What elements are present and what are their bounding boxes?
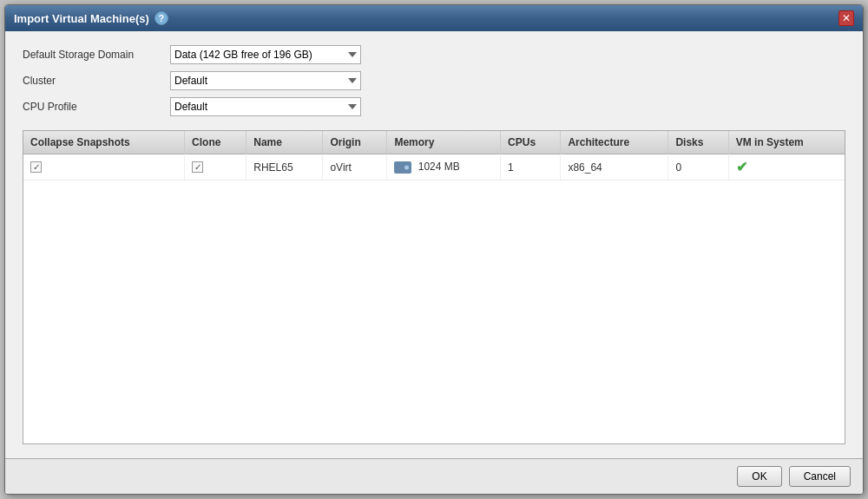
dialog-footer: OK Cancel — [5, 458, 863, 494]
col-disks: Disks — [668, 131, 728, 154]
col-clone: Clone — [185, 131, 247, 154]
cluster-row: Cluster Default — [23, 71, 845, 90]
vm-table-container: Collapse Snapshots Clone Name Origin Mem… — [23, 130, 845, 444]
cell-disks: 0 — [668, 154, 728, 181]
title-bar-left: Import Virtual Machine(s) ? — [14, 11, 168, 25]
storage-domain-select[interactable]: Data (142 GB free of 196 GB) — [170, 45, 361, 64]
title-bar: Import Virtual Machine(s) ? ✕ — [5, 5, 863, 31]
col-memory: Memory — [387, 131, 501, 154]
cpu-profile-select[interactable]: Default — [170, 97, 361, 116]
cell-collapse-snapshots — [23, 154, 185, 181]
cancel-button[interactable]: Cancel — [789, 466, 851, 487]
cpu-profile-row: CPU Profile Default — [23, 97, 845, 116]
cell-clone — [185, 154, 247, 181]
cell-cpus: 1 — [501, 154, 561, 181]
col-name: Name — [247, 131, 323, 154]
dialog-title: Import Virtual Machine(s) — [14, 12, 149, 25]
import-vm-dialog: Import Virtual Machine(s) ? ✕ Default St… — [4, 4, 864, 495]
col-cpus: CPUs — [501, 131, 561, 154]
cell-origin: oVirt — [323, 154, 387, 181]
table-row: RHEL65 oVirt 1024 MB 1 x86_64 0 ✔ — [23, 154, 845, 181]
close-button[interactable]: ✕ — [838, 10, 854, 26]
cell-architecture: x86_64 — [561, 154, 668, 181]
table-header-row: Collapse Snapshots Clone Name Origin Mem… — [23, 131, 845, 154]
hdd-icon — [394, 161, 411, 174]
clone-checkbox[interactable] — [192, 161, 203, 173]
ok-button[interactable]: OK — [737, 466, 781, 487]
col-vm-in-system: VM in System — [728, 131, 845, 154]
collapse-snapshots-checkbox[interactable] — [30, 161, 42, 173]
storage-domain-row: Default Storage Domain Data (142 GB free… — [23, 45, 845, 64]
cell-name: RHEL65 — [247, 154, 323, 181]
help-icon[interactable]: ? — [155, 11, 168, 25]
cluster-label: Cluster — [23, 75, 161, 87]
storage-label: Default Storage Domain — [23, 49, 161, 61]
vm-in-system-icon: ✔ — [736, 160, 747, 174]
col-collapse-snapshots: Collapse Snapshots — [23, 131, 185, 154]
form-section: Default Storage Domain Data (142 GB free… — [23, 45, 845, 116]
vm-table: Collapse Snapshots Clone Name Origin Mem… — [23, 131, 845, 181]
col-origin: Origin — [323, 131, 387, 154]
cell-memory: 1024 MB — [387, 154, 501, 181]
dialog-body: Default Storage Domain Data (142 GB free… — [5, 31, 863, 458]
cpu-profile-label: CPU Profile — [23, 101, 161, 113]
cluster-select[interactable]: Default — [170, 71, 361, 90]
col-architecture: Architecture — [561, 131, 668, 154]
cell-vm-in-system: ✔ — [728, 154, 845, 181]
